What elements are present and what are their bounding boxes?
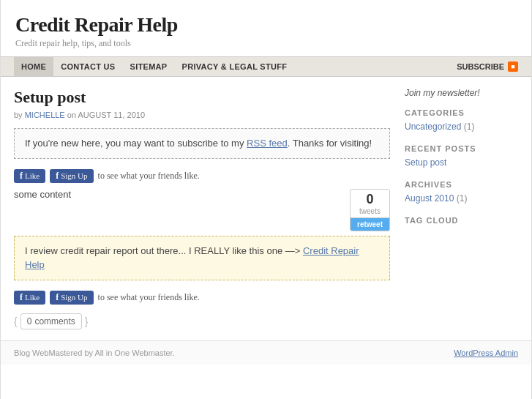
tweets-wrapper: 0 tweets retweet bbox=[350, 189, 390, 231]
recent-post-item: Setup post bbox=[405, 157, 518, 168]
comments-bar: { 0 comments } bbox=[14, 313, 390, 329]
nav-home[interactable]: HOME bbox=[14, 57, 53, 76]
quote-text-before: I review credit repair report out there.… bbox=[25, 245, 303, 256]
archive-link[interactable]: August 2010 (1) bbox=[405, 193, 467, 204]
sidebar: Join my newsletter! Categories Uncategor… bbox=[405, 88, 518, 329]
sidebar-recent-posts: Recent Posts Setup post bbox=[405, 144, 518, 168]
subscribe-text-after: . Thanks for visiting! bbox=[288, 138, 372, 149]
sidebar-archives: Archives August 2010 (1) bbox=[405, 180, 518, 204]
recent-posts-heading: Recent Posts bbox=[405, 144, 518, 153]
fb-icon2: f bbox=[56, 171, 59, 182]
comments-count: 0 bbox=[27, 316, 32, 327]
fb-like-label2: Like bbox=[25, 293, 40, 302]
fb-like-button[interactable]: f Like bbox=[14, 169, 45, 183]
nav-bar: HOME CONTACT US SITEMAP PRIVACY & LEGAL … bbox=[1, 56, 531, 77]
site-tagline: Credit repair help, tips, and tools bbox=[15, 38, 517, 49]
fb-icon: f bbox=[20, 171, 23, 182]
nav-privacy[interactable]: PRIVACY & LEGAL STUFF bbox=[175, 57, 295, 76]
meta-on: on bbox=[67, 111, 76, 119]
fb-signup-label2: Sign Up bbox=[61, 293, 87, 302]
fb-bar-top: f Like f Sign Up to see what your friend… bbox=[14, 169, 390, 200]
tweets-box: 0 tweets retweet bbox=[350, 189, 390, 231]
fb-signup-button-2[interactable]: f Sign Up bbox=[50, 291, 93, 305]
nav-links: HOME CONTACT US SITEMAP PRIVACY & LEGAL … bbox=[14, 57, 294, 76]
subscribe-text-before: If you're new here, you may want to subs… bbox=[25, 138, 244, 149]
main-layout: Setup post by MICHELLE on AUGUST 11, 201… bbox=[1, 77, 531, 340]
fb-icon3: f bbox=[20, 292, 23, 303]
category-uncategorized-link[interactable]: Uncategorized (1) bbox=[405, 122, 474, 132]
archive-label: August 2010 bbox=[405, 193, 454, 204]
post-author: MICHELLE bbox=[25, 111, 65, 119]
rss-feed-link[interactable]: RSS feed bbox=[247, 138, 288, 149]
nav-sitemap[interactable]: SITEMAP bbox=[123, 57, 175, 76]
footer-credit: Blog WebMastered by All in One Webmaster… bbox=[14, 348, 175, 357]
archives-heading: Archives bbox=[405, 180, 518, 189]
brace-open: { bbox=[14, 316, 18, 327]
category-item: Uncategorized (1) bbox=[405, 122, 518, 133]
brace-close: } bbox=[85, 316, 89, 327]
rss-icon: ■ bbox=[508, 61, 518, 72]
tweets-count: 0 bbox=[351, 190, 389, 207]
site-title: Credit Repair Help bbox=[15, 13, 517, 37]
fb-bar-bottom: f Like f Sign Up to see what your friend… bbox=[14, 291, 390, 305]
subscribe-box: If you're new here, you may want to subs… bbox=[14, 128, 390, 159]
fb-icon4: f bbox=[56, 292, 59, 303]
post-meta: by MICHELLE on AUGUST 11, 2010 bbox=[14, 111, 390, 119]
retweet-button[interactable]: retweet bbox=[351, 218, 389, 231]
categories-heading: Categories bbox=[405, 108, 518, 117]
fb-like-button-2[interactable]: f Like bbox=[14, 291, 45, 305]
site-header: Credit Repair Help Credit repair help, t… bbox=[1, 0, 531, 56]
content-area: Setup post by MICHELLE on AUGUST 11, 201… bbox=[14, 88, 390, 329]
recent-post-link[interactable]: Setup post bbox=[405, 157, 446, 168]
comments-count-box: 0 comments bbox=[20, 313, 82, 329]
meta-by: by bbox=[14, 111, 23, 119]
archive-item: August 2010 (1) bbox=[405, 193, 518, 204]
comments-label: comments bbox=[34, 316, 75, 327]
page-wrapper: Credit Repair Help Credit repair help, t… bbox=[0, 0, 532, 399]
footer: Blog WebMastered by All in One Webmaster… bbox=[1, 340, 531, 365]
sidebar-newsletter: Join my newsletter! bbox=[405, 88, 518, 98]
tag-cloud-heading: Tag Cloud bbox=[405, 216, 518, 225]
wordpress-admin-link[interactable]: WordPress Admin bbox=[454, 348, 518, 357]
subscribe-label: SUBSCRIBE bbox=[457, 62, 504, 71]
sidebar-tag-cloud: Tag Cloud bbox=[405, 216, 518, 225]
sidebar-categories: Categories Uncategorized (1) bbox=[405, 108, 518, 133]
fb-text: to see what your friends like. bbox=[98, 171, 200, 182]
fb-like-label: Like bbox=[25, 171, 40, 180]
post-date: AUGUST 11, 2010 bbox=[78, 111, 145, 119]
fb-signup-label: Sign Up bbox=[61, 171, 87, 180]
subscribe-area[interactable]: SUBSCRIBE ■ bbox=[457, 61, 518, 72]
archive-count: (1) bbox=[457, 193, 468, 204]
fb-signup-button[interactable]: f Sign Up bbox=[50, 169, 93, 183]
fb-text2: to see what your friends like. bbox=[98, 292, 200, 303]
some-content: some content bbox=[14, 189, 390, 200]
category-count: (1) bbox=[464, 122, 475, 132]
category-name: Uncategorized bbox=[405, 122, 461, 132]
tweets-label: tweets bbox=[351, 207, 389, 218]
nav-contact[interactable]: CONTACT US bbox=[53, 57, 122, 76]
post-title: Setup post bbox=[14, 88, 390, 107]
quote-box: I review credit repair report out there.… bbox=[14, 236, 390, 280]
